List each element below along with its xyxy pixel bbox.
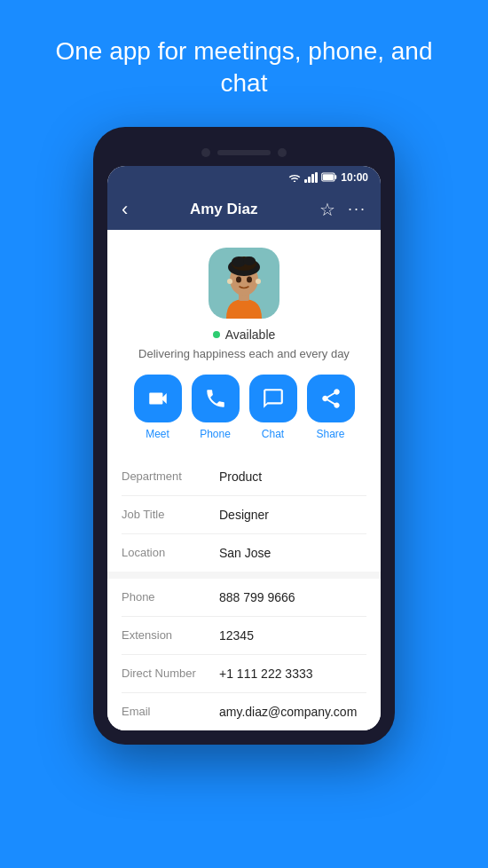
back-button[interactable]: ‹: [122, 198, 128, 221]
status-icons: 10:00: [288, 171, 368, 184]
nav-bar: ‹ Amy Diaz ☆ ···: [107, 189, 381, 230]
meet-icon-circle: [134, 375, 182, 422]
battery-icon: [321, 172, 337, 182]
phone-frame: 10:00 ‹ Amy Diaz ☆ ···: [93, 127, 395, 745]
location-value: San Jose: [219, 546, 271, 560]
avatar: [209, 248, 279, 319]
section-divider: [107, 572, 381, 579]
time: 10:00: [341, 171, 368, 184]
extension-label: Extension: [122, 628, 219, 642]
job-title-row: Job Title Designer: [122, 496, 366, 534]
job-title-value: Designer: [219, 508, 269, 522]
phone-screen: 10:00 ‹ Amy Diaz ☆ ···: [107, 166, 381, 730]
share-button[interactable]: Share: [307, 375, 355, 440]
svg-point-0: [294, 180, 295, 182]
profile-section: Available Delivering happiness each and …: [107, 230, 381, 458]
meet-label: Meet: [146, 428, 169, 440]
wifi-icon: [288, 173, 301, 182]
favorite-button[interactable]: ☆: [319, 199, 335, 220]
availability-status: Available: [213, 327, 276, 342]
nav-title: Amy Diaz: [190, 201, 258, 218]
share-icon: [319, 387, 342, 410]
extension-value: 12345: [219, 628, 254, 643]
department-value: Product: [219, 470, 262, 484]
more-options-button[interactable]: ···: [348, 200, 366, 218]
phone-notch: [107, 141, 381, 166]
job-title-label: Job Title: [122, 508, 219, 521]
location-label: Location: [122, 546, 219, 559]
department-label: Department: [122, 470, 219, 483]
svg-point-12: [256, 279, 261, 284]
extension-row: Extension 12345: [122, 617, 366, 655]
chat-label: Chat: [262, 428, 284, 440]
share-label: Share: [316, 428, 344, 440]
status-message: Delivering happiness each and every day: [138, 347, 350, 360]
phone-row: Phone 888 799 9666: [122, 579, 366, 617]
share-icon-circle: [307, 375, 355, 422]
svg-point-10: [243, 256, 256, 265]
chat-icon-circle: [249, 375, 297, 422]
department-row: Department Product: [122, 458, 366, 496]
phone-button[interactable]: Phone: [192, 375, 240, 440]
status-dot: [213, 331, 220, 338]
phone-icon: [204, 387, 227, 410]
nav-actions: ☆ ···: [319, 199, 366, 220]
location-row: Location San Jose: [122, 534, 366, 572]
phone-field-value: 888 799 9666: [219, 590, 295, 604]
direct-number-label: Direct Number: [122, 667, 219, 680]
email-row: Email amy.diaz@company.com: [122, 693, 366, 730]
video-icon: [146, 387, 169, 410]
email-label: Email: [122, 705, 219, 718]
camera-right: [278, 148, 287, 157]
email-value: amy.diaz@company.com: [219, 705, 357, 719]
phone-field-label: Phone: [122, 590, 219, 604]
direct-number-value: +1 111 222 3333: [219, 667, 313, 681]
speaker: [217, 150, 271, 155]
phone-icon-circle: [192, 375, 240, 422]
svg-rect-2: [335, 176, 336, 180]
signal-icon: [304, 172, 318, 183]
status-bar: 10:00: [107, 166, 381, 189]
phone-label: Phone: [200, 428, 231, 440]
status-label: Available: [225, 327, 276, 342]
chat-button[interactable]: Chat: [249, 375, 297, 440]
chat-icon: [262, 387, 285, 410]
meet-button[interactable]: Meet: [134, 375, 182, 440]
direct-number-row: Direct Number +1 111 222 3333: [122, 655, 366, 693]
svg-point-11: [227, 279, 232, 284]
svg-point-13: [236, 276, 241, 282]
contact-info-group2: Phone 888 799 9666 Extension 12345 Direc…: [107, 579, 381, 730]
avatar-image: [209, 248, 279, 319]
svg-rect-3: [323, 174, 334, 180]
headline: One app for meetings, phone, and chat: [0, 0, 488, 127]
svg-point-14: [247, 276, 252, 282]
contact-info-group1: Department Product Job Title Designer Lo…: [107, 458, 381, 572]
action-buttons: Meet Phone: [122, 375, 366, 440]
camera-left: [201, 148, 210, 157]
